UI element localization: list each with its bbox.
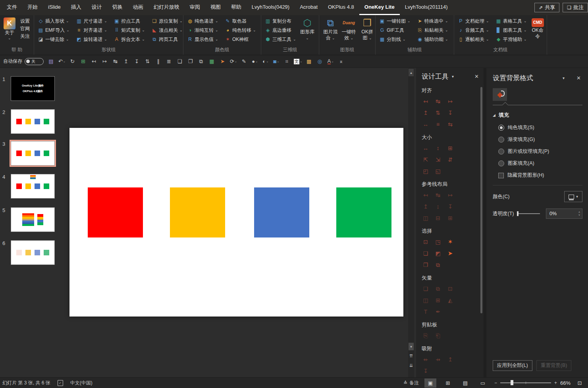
ribbon-button[interactable]: ▣ 控点工具 xyxy=(114,17,145,25)
qat-icon[interactable]: ✎ xyxy=(240,57,248,66)
ribbon-button[interactable]: G GIF工具 xyxy=(379,27,411,34)
tool-icon[interactable]: ↧ xyxy=(422,367,430,374)
menu-tab[interactable]: OKPlus 4.8 xyxy=(323,0,359,15)
qat-icon[interactable]: ∥ xyxy=(154,57,162,66)
qat-icon[interactable]: ❏ xyxy=(176,57,184,66)
slide-square-shape[interactable] xyxy=(336,187,391,237)
fill-tab[interactable]: ◆ xyxy=(493,88,507,101)
chevron-down-icon[interactable]: ▾ xyxy=(452,74,454,79)
next-slide-button[interactable]: ⇊ xyxy=(409,362,414,369)
tool-icon[interactable]: ↤ xyxy=(422,191,430,199)
apply-to-all-button[interactable]: 应用到全部(L) xyxy=(493,360,532,371)
tool-icon[interactable]: ⇲ xyxy=(434,156,442,163)
qat-icon[interactable]: ↥ xyxy=(122,57,130,66)
ribbon-button[interactable]: ◉ 辅助功能⌄ xyxy=(417,36,448,43)
ribbon-button[interactable]: ◈ 底边垂移 xyxy=(265,27,296,34)
ribbon-button[interactable]: ▤ EMF导入⌄ xyxy=(38,27,69,34)
panel-scrollbar[interactable] xyxy=(480,87,482,313)
tool-icon[interactable]: ❏ xyxy=(422,250,430,257)
tool-icon[interactable]: ↹ xyxy=(434,191,442,199)
hide-background-checkbox[interactable]: 隐藏背景图形(H) xyxy=(498,172,588,179)
about-button[interactable]: K 关于 ⌄ xyxy=(4,17,15,40)
qat-icon[interactable]: ⧉ xyxy=(197,57,205,66)
tool-icon[interactable]: ⊞ xyxy=(446,145,454,152)
previous-slide-button[interactable]: ⇈ xyxy=(409,352,414,360)
tool-icon[interactable]: ⊞ xyxy=(446,214,454,222)
slide-square-shape[interactable] xyxy=(88,187,143,237)
spin-up-icon[interactable]: ˄ xyxy=(578,211,580,214)
qat-icon[interactable]: ⌅ xyxy=(337,57,345,66)
scroll-up-button[interactable]: ▴ xyxy=(409,69,414,76)
tool-icon[interactable]: ⇆ xyxy=(446,121,454,128)
menu-tab[interactable]: 帮助 xyxy=(226,0,247,15)
ribbon-button[interactable]: ⧉ 跨页工具 xyxy=(151,36,183,43)
tool-icon[interactable]: ◭ xyxy=(446,297,454,304)
slider-thumb[interactable] xyxy=(517,211,519,216)
help-link[interactable]: 设置 xyxy=(20,18,30,24)
help-link[interactable]: 关注 xyxy=(20,33,30,39)
qat-icon[interactable]: ⊞ xyxy=(79,57,87,66)
spin-down-icon[interactable]: ˅ xyxy=(578,214,580,216)
tool-icon[interactable]: ↔ xyxy=(422,121,430,128)
ribbon-button[interactable]: ◇ 插入形状⌄ xyxy=(38,17,69,25)
ribbon-button[interactable]: ◣ 顶点相关⌄ xyxy=(151,27,183,34)
tool-icon[interactable]: ⇸ xyxy=(434,356,442,363)
ribbon-button[interactable]: ▯ 逐帧相关⌄ xyxy=(458,36,489,43)
ribbon-button[interactable]: ▦ 分割线⌄ xyxy=(379,36,411,43)
tool-icon[interactable]: T xyxy=(422,308,430,315)
tool-icon[interactable]: ↥ xyxy=(422,203,430,210)
zoom-level[interactable]: 66% xyxy=(560,380,571,386)
tool-icon[interactable]: ⇅ xyxy=(434,109,442,116)
tool-icon[interactable]: ⧉ xyxy=(434,261,442,268)
qat-icon[interactable]: ❐ xyxy=(187,57,195,66)
menu-tab[interactable]: 切换 xyxy=(107,0,128,15)
tool-icon[interactable]: ⊡ xyxy=(446,285,454,292)
ribbon-button[interactable]: ⎘ 粘贴相关⌄ xyxy=(417,27,448,34)
tool-icon[interactable]: ⊡ xyxy=(422,238,430,245)
qat-icon[interactable]: ◐⌄ xyxy=(262,57,270,66)
tool-icon[interactable]: ❏ xyxy=(422,285,430,292)
fill-section-header[interactable]: ◢ 填充 xyxy=(493,112,588,119)
tool-icon[interactable]: ✒ xyxy=(434,308,442,315)
menu-tab[interactable]: OneKey Lite xyxy=(359,0,400,15)
tool-icon[interactable]: ⇷ xyxy=(422,356,430,363)
ribbon-button[interactable]: ◆ 平滑辅助⌄ xyxy=(495,36,527,43)
qat-icon[interactable]: ⟳⌄ xyxy=(229,57,237,66)
ribbon-button[interactable]: ➤ 特殊选中⌄ xyxy=(417,17,448,25)
ribbon-button[interactable]: ◍ 纯色递进⌄ xyxy=(187,17,218,25)
ribbon-button[interactable]: ◕ 纯色转移⌄ xyxy=(225,27,256,34)
slide-square-shape[interactable] xyxy=(254,187,309,237)
ribbon-button[interactable]: ▦ 表格工具⌄ xyxy=(495,17,527,25)
qat-icon[interactable]: ↻ xyxy=(69,57,77,66)
reading-view-button[interactable]: ▤ xyxy=(459,378,471,388)
tool-icon[interactable]: ◫ xyxy=(422,297,430,304)
tool-icon[interactable]: ◰ xyxy=(422,168,430,175)
fit-to-window-button[interactable]: ⊡ xyxy=(574,378,586,388)
ribbon-button[interactable]: ⠿ 矩式复制⌄ xyxy=(114,27,145,34)
ribbon-button[interactable]: R 显示色值⌄ xyxy=(187,36,218,43)
ribbon-button[interactable]: ◪ 一键去除⌄ xyxy=(38,36,69,43)
scroll-down-button[interactable]: ▾ xyxy=(409,343,414,350)
zoom-out-button[interactable]: − xyxy=(494,380,497,386)
menu-tab[interactable]: 设计 xyxy=(87,0,107,15)
notes-button[interactable]: ≙ 备注 xyxy=(403,380,419,386)
ribbon-button[interactable]: ▥ 复制分布 xyxy=(265,17,296,25)
ribbon-button[interactable]: ▊ 图表工具⌄ xyxy=(495,27,527,34)
ribbon-button[interactable]: ♪ 音频工具⌄ xyxy=(458,27,489,34)
transparency-slider[interactable] xyxy=(517,213,540,214)
comments-button[interactable]: ❏批注 xyxy=(563,3,588,12)
tool-icon[interactable]: ↦ xyxy=(446,191,454,199)
ribbon-button[interactable]: ❏ 原位复制⌄ xyxy=(151,17,183,25)
menu-tab[interactable]: 视图 xyxy=(205,0,226,15)
language-indicator[interactable]: 中文(中国) xyxy=(70,380,93,386)
ribbon-big-button[interactable]: ⧉ 图片混合 ⌄ xyxy=(323,17,338,41)
transparency-spinner[interactable]: 0% ˄˅ xyxy=(546,208,582,219)
canvas-scrollbar[interactable]: ▴ ▾ ⇈ ⇊ xyxy=(408,68,414,377)
menu-tab[interactable]: 开始 xyxy=(22,0,43,15)
zoom-slider[interactable] xyxy=(500,382,551,383)
qat-icon[interactable]: ⇅ xyxy=(144,57,152,66)
ribbon-big-button[interactable]: Duang 一键特效 ⌄ xyxy=(341,17,356,41)
fill-option-radio[interactable]: 渐变填充(G) xyxy=(498,136,588,143)
slide-canvas[interactable] xyxy=(69,128,403,317)
tool-icon[interactable]: ⎘ xyxy=(422,332,430,339)
